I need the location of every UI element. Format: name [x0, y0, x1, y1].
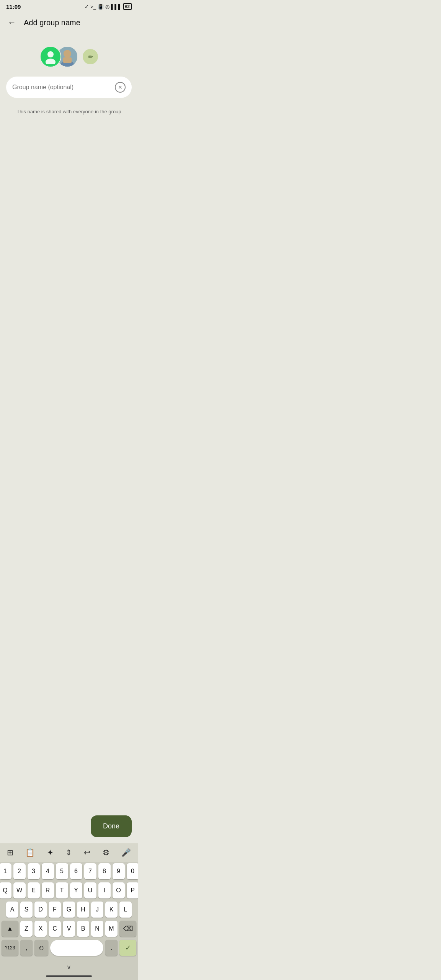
signal-icon: ▌▌▌: [111, 4, 122, 10]
key-5[interactable]: 5: [56, 863, 68, 879]
svg-rect-5: [63, 57, 72, 63]
key-6[interactable]: 6: [70, 863, 82, 879]
key-v[interactable]: V: [63, 921, 75, 937]
status-time: 11:09: [6, 3, 21, 10]
hint-text: This name is shared with everyone in the…: [0, 103, 138, 121]
person-icon-1: [43, 49, 58, 64]
key-b[interactable]: B: [77, 921, 89, 937]
key-h[interactable]: H: [77, 902, 89, 918]
keyboard-row-qwerty: Q W E R T Y U I O P: [2, 882, 136, 898]
key-m[interactable]: M: [105, 921, 118, 937]
key-0[interactable]: 0: [127, 863, 138, 879]
emoji-key[interactable]: ☺: [34, 940, 48, 956]
key-a[interactable]: A: [6, 902, 18, 918]
group-name-input-wrapper: ✕: [6, 77, 132, 98]
bottom-bar: [0, 972, 138, 980]
key-n[interactable]: N: [91, 921, 103, 937]
keyboard-row-bottom: ?123 , ☺ . ✓: [2, 940, 136, 956]
svg-point-3: [64, 50, 71, 57]
pencil-icon: ✏: [88, 53, 93, 60]
key-l[interactable]: L: [119, 902, 132, 918]
clear-icon: ✕: [118, 84, 122, 90]
keyboard-cursor-button[interactable]: ⇕: [63, 846, 74, 859]
clear-input-button[interactable]: ✕: [115, 82, 126, 93]
keyboard-row-zxcv: ▲ Z X C V B N M ⌫: [2, 921, 136, 937]
keyboard-mic-button[interactable]: 🎤: [119, 846, 133, 859]
key-q[interactable]: Q: [0, 882, 11, 898]
status-icons: ✓ >_ 📳 ◎ ▌▌▌ 62: [85, 3, 132, 10]
home-indicator: [46, 975, 92, 977]
keyboard-ai-button[interactable]: ✦: [45, 846, 56, 859]
key-u[interactable]: U: [84, 882, 96, 898]
check-key[interactable]: ✓: [119, 940, 136, 956]
chevron-down-wrapper: ∨: [0, 962, 138, 972]
keyboard-row-asdf: A S D F G H J K L: [2, 902, 136, 918]
keyboard-undo-button[interactable]: ↩: [82, 846, 93, 859]
keyboard-grid-button[interactable]: ⊞: [5, 846, 16, 859]
backspace-key[interactable]: ⌫: [119, 921, 136, 937]
mic-icon: 🎤: [121, 848, 131, 857]
key-d[interactable]: D: [34, 902, 47, 918]
avatar-section: ✏: [0, 34, 138, 77]
key-4[interactable]: 4: [42, 863, 54, 879]
input-section: ✕: [0, 77, 138, 103]
shift-key[interactable]: ▲: [2, 921, 18, 937]
keyboard-row-numbers: 1 2 3 4 5 6 7 8 9 0: [2, 863, 136, 879]
key-s[interactable]: S: [20, 902, 33, 918]
keyboard-clipboard-button[interactable]: 📋: [23, 846, 37, 859]
key-1[interactable]: 1: [0, 863, 11, 879]
key-7[interactable]: 7: [84, 863, 96, 879]
check-icon: ✓: [85, 4, 89, 10]
keyboard-toolbar: ⊞ 📋 ✦ ⇕ ↩ ⚙ 🎤: [0, 843, 138, 862]
key-9[interactable]: 9: [113, 863, 125, 879]
key-y[interactable]: Y: [70, 882, 82, 898]
key-w[interactable]: W: [13, 882, 26, 898]
svg-point-0: [47, 51, 54, 57]
chevron-down-icon: ∨: [67, 964, 71, 971]
key-z[interactable]: Z: [20, 921, 33, 937]
battery-icon: 62: [123, 3, 132, 10]
key-2[interactable]: 2: [13, 863, 26, 879]
cursor-icon: ⇕: [65, 848, 72, 857]
wifi-icon: ◎: [105, 4, 109, 10]
period-key[interactable]: .: [105, 940, 118, 956]
ai-icon: ✦: [47, 848, 54, 857]
space-key[interactable]: [50, 940, 103, 956]
done-button[interactable]: Done: [91, 815, 132, 837]
clipboard-icon: 📋: [25, 848, 35, 857]
back-button[interactable]: ←: [6, 16, 18, 29]
key-t[interactable]: T: [56, 882, 68, 898]
grid-icon: ⊞: [7, 848, 13, 857]
page-title: Add group name: [24, 18, 80, 27]
key-3[interactable]: 3: [28, 863, 40, 879]
key-i[interactable]: I: [98, 882, 111, 898]
done-btn-wrapper: Done: [0, 809, 138, 843]
avatar-1: [40, 46, 61, 67]
comma-key[interactable]: ,: [20, 940, 33, 956]
vibrate-icon: 📳: [98, 4, 104, 10]
key-e[interactable]: E: [28, 882, 40, 898]
keyboard: 1 2 3 4 5 6 7 8 9 0 Q W E R T Y U I O P …: [0, 862, 138, 962]
group-name-input[interactable]: [12, 84, 112, 91]
terminal-icon: >_: [90, 4, 96, 10]
key-p[interactable]: P: [127, 882, 138, 898]
undo-icon: ↩: [84, 848, 90, 857]
key-f[interactable]: F: [49, 902, 61, 918]
avatar-group: [40, 46, 78, 67]
key-o[interactable]: O: [113, 882, 125, 898]
key-r[interactable]: R: [42, 882, 54, 898]
status-bar: 11:09 ✓ >_ 📳 ◎ ▌▌▌ 62: [0, 0, 138, 11]
key-j[interactable]: J: [91, 902, 103, 918]
key-8[interactable]: 8: [98, 863, 111, 879]
key-x[interactable]: X: [34, 921, 47, 937]
symbols-key[interactable]: ?123: [2, 940, 18, 956]
header: ← Add group name: [0, 11, 138, 34]
keyboard-settings-button[interactable]: ⚙: [100, 846, 112, 859]
key-c[interactable]: C: [49, 921, 61, 937]
settings-icon: ⚙: [103, 848, 109, 857]
key-g[interactable]: G: [63, 902, 75, 918]
key-k[interactable]: K: [105, 902, 118, 918]
svg-point-1: [46, 59, 56, 64]
edit-group-icon-button[interactable]: ✏: [83, 49, 98, 64]
